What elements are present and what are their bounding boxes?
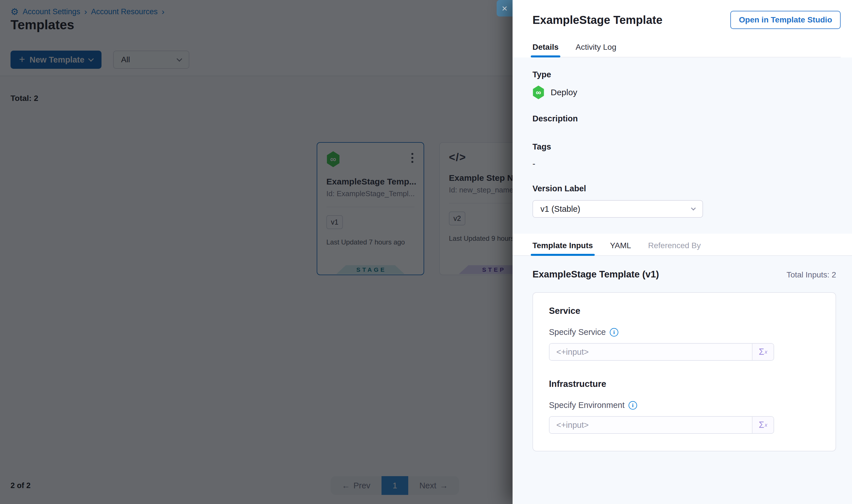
tab-yaml[interactable]: YAML — [610, 241, 631, 255]
drawer-title: ExampleStage Template — [532, 14, 663, 26]
template-inputs-section: ExampleStage Template (v1) Total Inputs:… — [512, 256, 852, 504]
sigma-glyph: Σ — [759, 420, 764, 430]
deploy-hexagon-icon: ∞ — [532, 86, 544, 99]
environment-input-group: <+input> Σx — [549, 416, 774, 434]
tab-referenced-by[interactable]: Referenced By — [648, 241, 701, 255]
version-select-value: v1 (Stable) — [540, 204, 580, 214]
type-label: Type — [532, 70, 841, 79]
specify-environment-label: Specify Environment — [549, 400, 624, 410]
inputs-heading: ExampleStage Template (v1) — [532, 269, 659, 280]
close-icon: × — [502, 3, 507, 14]
drawer-header: ExampleStage Template Open in Template S… — [512, 0, 852, 57]
drawer-scrim[interactable] — [0, 0, 512, 504]
sigma-glyph: Σ — [759, 347, 764, 357]
template-details-drawer: ExampleStage Template Open in Template S… — [512, 0, 852, 504]
open-in-template-studio-button[interactable]: Open in Template Studio — [730, 11, 841, 29]
details-section: Type ∞ Deploy Description Tags - Version… — [512, 57, 852, 234]
tab-details[interactable]: Details — [532, 43, 559, 57]
environment-input[interactable]: <+input> — [549, 417, 752, 433]
sigma-sup: x — [765, 349, 767, 355]
inputs-tabbar: Template Inputs YAML Referenced By — [512, 234, 852, 256]
type-value: Deploy — [551, 88, 577, 97]
tags-value: - — [532, 159, 841, 168]
info-icon[interactable]: i — [610, 328, 618, 337]
service-input-group: <+input> Σx — [549, 343, 774, 361]
tags-label: Tags — [532, 142, 841, 151]
chevron-down-icon — [691, 206, 696, 211]
drawer-tabbar: Details Activity Log — [532, 43, 841, 57]
infrastructure-section-title: Infrastructure — [549, 379, 820, 389]
specify-service-label: Specify Service — [549, 327, 606, 337]
expression-toggle-icon[interactable]: Σx — [752, 344, 774, 360]
version-label: Version Label — [532, 184, 841, 193]
service-input[interactable]: <+input> — [549, 344, 752, 360]
description-label: Description — [532, 114, 841, 123]
drawer-close-button[interactable]: × — [497, 0, 512, 17]
version-select[interactable]: v1 (Stable) — [532, 200, 703, 218]
tab-activity-log[interactable]: Activity Log — [576, 43, 616, 57]
sigma-sup: x — [765, 422, 767, 428]
info-icon[interactable]: i — [629, 401, 637, 410]
service-section-title: Service — [549, 306, 820, 316]
inputs-card: Service Specify Service i <+input> Σx In… — [532, 292, 836, 451]
tab-template-inputs[interactable]: Template Inputs — [532, 241, 593, 255]
expression-toggle-icon[interactable]: Σx — [752, 417, 774, 433]
inputs-total: Total Inputs: 2 — [786, 270, 836, 280]
